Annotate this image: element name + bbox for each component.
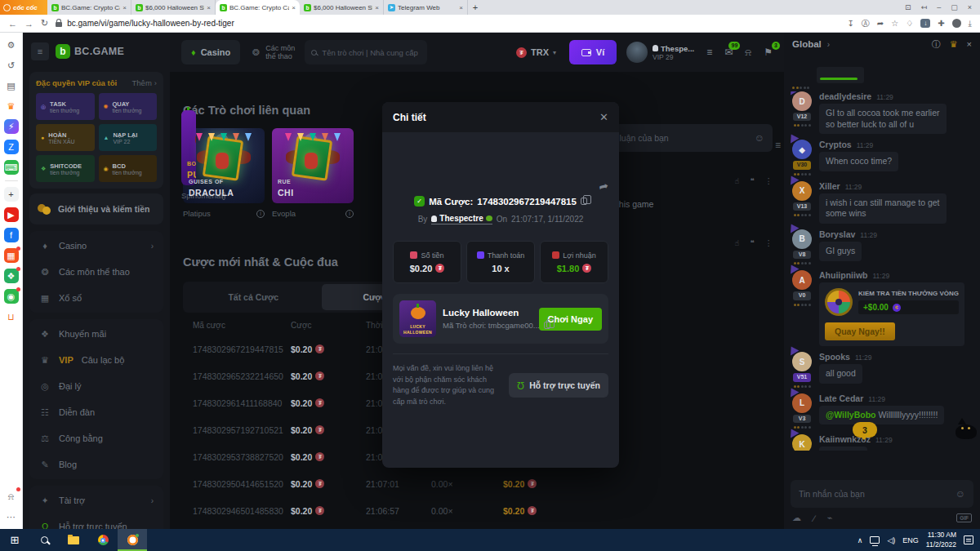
save-page-icon[interactable]: ↧ xyxy=(847,19,853,28)
vip-more-link[interactable]: Thêm› xyxy=(132,78,157,87)
sidebar-app-icon[interactable] xyxy=(5,180,18,181)
game-thumbnail[interactable]: RG BOOK OFPUMPKIN xyxy=(181,110,196,185)
sidebar-menu-item[interactable]: ✦ Tài trợ › xyxy=(29,487,163,513)
sidebar-menu-item[interactable]: ✎ Blog › xyxy=(29,451,163,478)
avatar[interactable]: L xyxy=(792,393,812,413)
chat-message-input[interactable] xyxy=(799,489,951,499)
browser-tab[interactable]: b $6,000 Halloween Slot Battle × xyxy=(300,0,384,15)
sidebar-app-icon[interactable]: ⌨ xyxy=(4,160,19,175)
casino-nav-button[interactable]: ♦ Casino xyxy=(181,40,240,64)
download-button[interactable]: ↓ xyxy=(920,19,930,28)
chat-username[interactable]: Cryptos xyxy=(819,140,852,149)
tab-close-icon[interactable]: × xyxy=(375,4,379,11)
chat-close-icon[interactable]: × xyxy=(967,39,972,49)
sidebar-menu-item[interactable]: ☷ Diễn đàn › xyxy=(29,399,163,425)
browser-tab[interactable]: b BC.Game: Crypto Casino Gan × xyxy=(47,0,131,15)
speaker-icon[interactable]: ◁) xyxy=(887,536,895,544)
new-messages-badge[interactable]: 3 xyxy=(853,422,877,438)
tab-close-icon[interactable]: × xyxy=(459,4,463,11)
sidebar-menu-item[interactable]: ❖ Khuyến mãi › xyxy=(29,321,163,347)
maximize-button[interactable]: ▢ xyxy=(951,3,958,11)
forward-icon[interactable]: → xyxy=(24,19,33,29)
network-icon[interactable] xyxy=(870,536,880,544)
start-button[interactable]: ⊞ xyxy=(0,529,29,551)
sidebar-app-icon[interactable]: ❖ xyxy=(4,269,19,283)
reply-bubble-icon[interactable]: ❝ xyxy=(750,176,754,185)
vip-tile[interactable]: ◉ BCDtiền thưởng xyxy=(99,155,158,182)
browser-tab[interactable]: b BC.Game: Crypto Casino Gan × xyxy=(216,0,300,15)
clock[interactable]: 11:30 AM 11/2/2022 xyxy=(926,531,956,549)
comment-menu-icon[interactable]: ⋮ xyxy=(765,238,773,247)
avatar[interactable]: ◆ xyxy=(792,140,812,159)
rain-icon[interactable]: ☁ xyxy=(792,513,801,523)
chat-username[interactable]: Spooks xyxy=(819,352,850,362)
chrome-icon[interactable] xyxy=(88,529,118,551)
chat-commands-icon[interactable]: ∕ xyxy=(813,513,815,523)
tray-expand-icon[interactable]: ∧ xyxy=(858,536,863,544)
bc-logo[interactable]: b BC.GAME xyxy=(56,44,124,59)
game-thumbnail[interactable]: LUCKYHALLOWEEN xyxy=(399,300,436,337)
new-tab-button[interactable]: + xyxy=(468,0,483,15)
avatar[interactable]: D xyxy=(792,91,812,111)
share-icon[interactable]: ➦ xyxy=(598,179,610,193)
menu-toggle-icon[interactable]: ≡ xyxy=(31,42,49,60)
vip-tile[interactable]: ✺ QUAYtiền thưởng xyxy=(99,93,158,120)
url-field[interactable]: bc.game/vi/game/lucky-halloween-by-red-t… xyxy=(56,19,840,28)
sidebar-app-icon[interactable]: ⚙ xyxy=(4,38,19,52)
spin-now-button[interactable]: Quay Ngay!! xyxy=(825,322,895,340)
minimize-button[interactable]: – xyxy=(937,3,941,11)
sidebar-menu-item[interactable]: Ω Hỗ trợ trực tuyến › xyxy=(29,513,163,529)
bet-table-row[interactable]: 1748302946501485830 $0.20 21:06:57 0.00×… xyxy=(183,497,596,524)
chat-username[interactable]: Late Cedar xyxy=(819,393,863,403)
game-list-icon[interactable]: ≡ xyxy=(775,140,781,151)
chat-username[interactable]: Boryslav xyxy=(819,229,855,239)
sidebar-app-icon[interactable]: f xyxy=(4,228,19,242)
mail-icon[interactable]: ✉99 xyxy=(724,47,733,58)
sidebar-app-icon[interactable]: + xyxy=(4,187,19,202)
bet-table-row[interactable]: 1748302950414651520 $0.20 21:07:01 0.00×… xyxy=(183,470,596,497)
coccoc-taskbar-icon[interactable] xyxy=(118,529,147,551)
avatar[interactable]: S xyxy=(792,352,812,371)
user-profile[interactable]: Thespe... VIP 29 xyxy=(626,42,694,63)
chat-username[interactable]: Ahuiipniiwb xyxy=(819,270,868,280)
modal-close-icon[interactable]: ✕ xyxy=(599,111,608,123)
account-menu-icon[interactable]: ≡ xyxy=(706,47,712,58)
adblock-shield-icon[interactable]: ♢ xyxy=(906,19,913,28)
tab-close-icon[interactable]: × xyxy=(292,4,296,11)
game-card[interactable]: RUECHI Evopla i xyxy=(272,128,354,218)
plug-icon[interactable]: ⌁ xyxy=(827,513,833,523)
action-center-icon[interactable] xyxy=(964,535,973,544)
sports-nav-button[interactable]: ❂ Các mônthể thao xyxy=(250,44,295,61)
avatar[interactable]: A xyxy=(792,270,812,290)
sidebar-menu-item[interactable]: ♦ Casino › xyxy=(29,233,163,259)
browser-tab[interactable]: ➤ Telegram Web × xyxy=(384,0,468,15)
sidebar-app-icon[interactable]: ⋯ xyxy=(4,509,19,524)
browser-tab[interactable]: b $6,000 Halloween Slot Battle × xyxy=(131,0,216,15)
gif-icon[interactable]: GIF xyxy=(956,513,972,522)
game-card[interactable]: RG BOOK OFPUMPKIN Spinomenal i xyxy=(181,110,196,122)
file-explorer-icon[interactable] xyxy=(59,529,88,551)
bet-author[interactable]: Thespectre xyxy=(431,214,492,224)
game-thumbnail[interactable]: RUECHI xyxy=(272,128,354,203)
info-icon[interactable]: i xyxy=(345,210,354,218)
extensions-icon[interactable]: ✚ xyxy=(938,19,944,28)
like-icon[interactable]: ☝ xyxy=(735,238,740,247)
bell-icon[interactable]: ⍾ xyxy=(745,47,751,58)
bets-tab[interactable]: Tất cả Cược xyxy=(185,284,322,310)
game-search[interactable] xyxy=(305,40,427,64)
avatar[interactable]: X xyxy=(792,181,812,201)
reply-bubble-icon[interactable]: ❝ xyxy=(750,238,754,247)
trophy-icon[interactable]: ♛ xyxy=(950,39,958,50)
taskbar-search-icon[interactable] xyxy=(29,529,59,551)
back-icon[interactable]: ← xyxy=(8,19,17,29)
search-input[interactable] xyxy=(322,48,421,57)
sidebar-menu-item[interactable]: ♛ VIP Câu lạc bộ › xyxy=(29,347,163,373)
tab-close-icon[interactable]: × xyxy=(207,4,211,11)
translate-icon[interactable]: Ⓐ xyxy=(862,18,870,29)
copy-icon[interactable] xyxy=(581,198,587,205)
wallet-button[interactable]: Ví xyxy=(569,40,617,64)
sidebar-menu-item[interactable]: ❂ Các môn thể thao › xyxy=(29,259,163,285)
emoji-icon[interactable]: ☺ xyxy=(755,132,764,144)
avatar[interactable]: B xyxy=(792,229,812,249)
sidebar-app-icon[interactable]: ♛ xyxy=(4,99,19,113)
